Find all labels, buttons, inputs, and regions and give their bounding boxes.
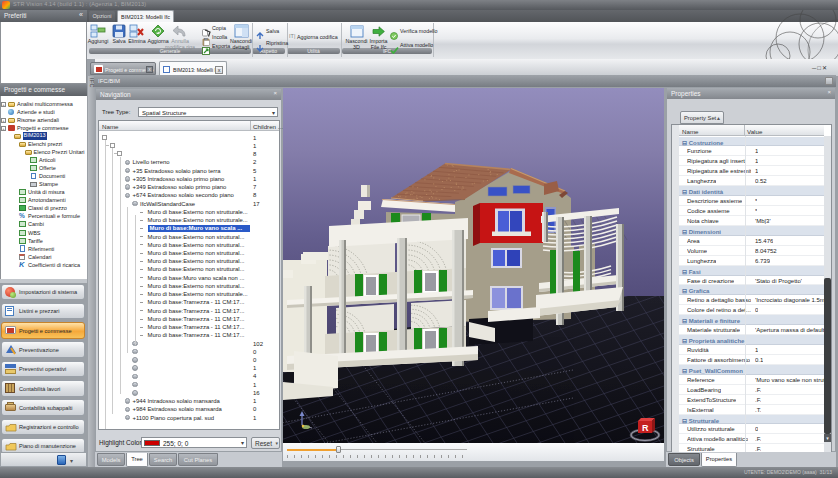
svg-text:R: R xyxy=(642,423,649,433)
